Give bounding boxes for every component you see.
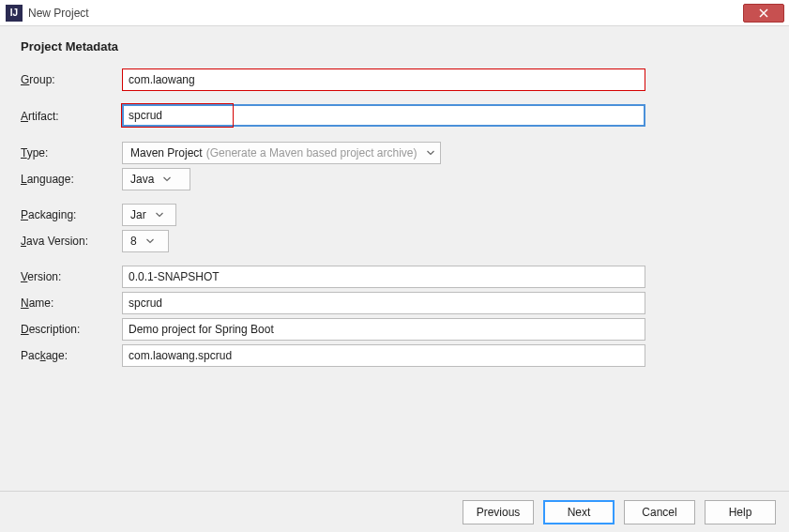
content-area: Project Metadata Group: Artifact: Type: — [0, 26, 789, 369]
java-version-label: Java Version: — [21, 231, 122, 251]
close-icon — [759, 8, 768, 18]
section-title: Project Metadata — [21, 39, 768, 53]
version-input[interactable] — [122, 266, 645, 288]
package-input[interactable] — [122, 344, 645, 367]
name-label: Name: — [21, 293, 122, 313]
packaging-select[interactable]: Jar — [122, 204, 176, 226]
type-select-hint: (Generate a Maven based project archive) — [206, 146, 417, 160]
package-label: Package: — [21, 345, 122, 366]
artifact-input[interactable] — [122, 104, 645, 127]
cancel-button[interactable]: Cancel — [624, 500, 695, 524]
packaging-select-value: Jar — [130, 208, 146, 221]
type-select-value: Maven Project — [130, 146, 203, 160]
java-version-select-value: 8 — [130, 235, 137, 248]
chevron-down-icon — [163, 175, 171, 183]
close-button[interactable] — [743, 4, 784, 23]
group-label: Group: — [21, 69, 122, 90]
app-icon: IJ — [6, 5, 23, 22]
description-label: Description: — [21, 319, 122, 340]
description-input[interactable] — [122, 318, 645, 341]
group-input[interactable] — [122, 68, 645, 91]
footer-buttons: Previous Next Cancel Help — [0, 491, 789, 532]
chevron-down-icon — [156, 211, 163, 219]
metadata-form: Group: Artifact: Type: Maven Project — [21, 67, 768, 369]
chevron-down-icon — [146, 237, 154, 245]
titlebar: IJ New Project — [0, 0, 789, 26]
version-label: Version: — [21, 266, 122, 287]
java-version-select[interactable]: 8 — [122, 230, 169, 252]
previous-button[interactable]: Previous — [463, 500, 534, 524]
help-button[interactable]: Help — [705, 500, 776, 524]
language-select-value: Java — [130, 173, 154, 186]
chevron-down-icon — [427, 149, 434, 157]
window-title: New Project — [28, 7, 743, 20]
language-select[interactable]: Java — [122, 168, 190, 190]
artifact-label: Artifact: — [21, 106, 122, 127]
name-input[interactable] — [122, 292, 645, 314]
type-select[interactable]: Maven Project (Generate a Maven based pr… — [122, 142, 441, 164]
language-label: Language: — [21, 169, 122, 190]
next-button[interactable]: Next — [543, 500, 615, 524]
type-label: Type: — [21, 143, 122, 163]
packaging-label: Packaging: — [21, 205, 122, 225]
